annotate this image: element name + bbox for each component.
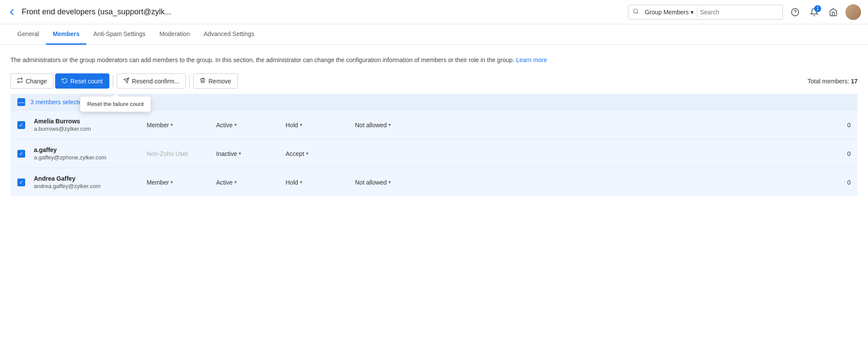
member-info-2: Andrea Gaffey andrea.gaffey@zylker.com	[34, 175, 147, 189]
avatar[interactable]	[845, 4, 861, 20]
role-chevron-icon-2: ▾	[171, 179, 173, 185]
delivery-chevron-icon-0: ▾	[300, 122, 302, 128]
member-email-2: andrea.gaffey@zylker.com	[34, 183, 147, 189]
member-checkbox-2[interactable]: ✓	[17, 178, 25, 186]
change-button[interactable]: Change	[10, 73, 53, 89]
role-chevron-icon-0: ▾	[171, 122, 173, 128]
group-members-label: Group Members	[645, 9, 689, 16]
member-email-1: a.gaffey@zphone.zylker.com	[34, 154, 147, 161]
change-label: Change	[26, 78, 47, 85]
status-chevron-icon-0: ▾	[234, 122, 237, 128]
description-text: The administrators or the group moderato…	[10, 55, 858, 65]
help-button[interactable]	[788, 5, 802, 19]
total-count: 17	[851, 78, 858, 85]
trash-icon	[200, 77, 206, 85]
member-info-1: a.gaffey a.gaffey@zphone.zylker.com	[34, 146, 147, 161]
search-icon	[633, 8, 639, 16]
header: Front end developers (usa_support@zylk..…	[0, 0, 868, 24]
group-members-dropdown[interactable]: Group Members ▾	[641, 7, 697, 17]
notification-badge: 1	[814, 5, 821, 12]
table-row: ✓ Amelia Burrows a.burrows@zylker.com Me…	[10, 110, 858, 139]
member-count-1: 0	[833, 150, 851, 157]
member-info-0: Amelia Burrows a.burrows@zylker.com	[34, 118, 147, 132]
total-members: Total members: 17	[808, 78, 858, 85]
delivery-chevron-icon-2: ▾	[300, 179, 302, 185]
send-icon	[123, 77, 129, 85]
reset-count-label: Reset count	[70, 78, 103, 85]
member-delivery-1[interactable]: Accept ▾	[286, 150, 355, 157]
remove-label: Remove	[208, 78, 231, 85]
selection-count-text: 3 members selected	[30, 99, 85, 106]
dropdown-chevron-icon: ▾	[690, 9, 694, 16]
member-role-2[interactable]: Member ▾	[147, 179, 216, 186]
status-chevron-icon-1: ▾	[239, 151, 241, 156]
tooltip-text: Reset the failure count	[87, 101, 144, 107]
toolbar: Change Reset count Resend confirm... Rem…	[10, 73, 858, 94]
member-checkbox-0[interactable]: ✓	[17, 121, 25, 129]
member-name-2: Andrea Gaffey	[34, 175, 147, 182]
resend-confirm-label: Resend confirm...	[132, 78, 180, 85]
delivery-chevron-icon-1: ▾	[306, 151, 309, 156]
svg-line-1	[637, 13, 638, 14]
tab-general[interactable]: General	[10, 24, 46, 45]
member-role-1: Non-Zoho User	[147, 150, 216, 157]
member-checkbox-1[interactable]: ✓	[17, 150, 25, 158]
reset-count-tooltip: Reset the failure count	[80, 96, 151, 112]
member-name-1: a.gaffey	[34, 146, 147, 153]
reset-icon	[62, 77, 68, 85]
deselect-all-checkbox[interactable]: —	[17, 98, 25, 106]
change-icon	[17, 77, 23, 85]
back-button[interactable]	[7, 7, 16, 17]
toolbar-divider-2	[189, 75, 190, 87]
table-row: ✓ Andrea Gaffey andrea.gaffey@zylker.com…	[10, 168, 858, 196]
toolbar-divider-1	[113, 75, 113, 87]
page-title: Front end developers (usa_support@zylk..…	[22, 7, 628, 17]
member-count-2: 0	[833, 179, 851, 186]
reset-count-button[interactable]: Reset count	[55, 73, 109, 89]
member-status-0[interactable]: Active ▾	[216, 122, 286, 129]
svg-point-0	[634, 9, 638, 13]
member-posting-2[interactable]: Not allowed ▾	[355, 179, 424, 186]
notifications-button[interactable]: 1	[807, 5, 821, 19]
search-input[interactable]	[700, 9, 778, 16]
header-right: Group Members ▾ 1	[628, 4, 861, 20]
status-chevron-icon-2: ▾	[234, 179, 237, 185]
posting-chevron-icon-2: ▾	[388, 179, 391, 185]
learn-more-link[interactable]: Learn more	[516, 56, 547, 63]
resend-confirm-button[interactable]: Resend confirm...	[117, 73, 186, 89]
tab-advanced[interactable]: Advanced Settings	[197, 24, 261, 45]
remove-button[interactable]: Remove	[193, 73, 237, 89]
content-area: The administrators or the group moderato…	[0, 45, 868, 196]
tabs-bar: General Members Anti-Spam Settings Moder…	[0, 24, 868, 45]
member-count-0: 0	[833, 122, 851, 129]
member-posting-0[interactable]: Not allowed ▾	[355, 122, 424, 129]
table-row: ✓ a.gaffey a.gaffey@zphone.zylker.com No…	[10, 139, 858, 168]
tab-anti-spam[interactable]: Anti-Spam Settings	[86, 24, 152, 45]
home-button[interactable]	[826, 5, 840, 19]
member-email-0: a.burrows@zylker.com	[34, 126, 147, 132]
member-status-2[interactable]: Active ▾	[216, 179, 286, 186]
member-delivery-2[interactable]: Hold ▾	[286, 179, 355, 186]
search-bar: Group Members ▾	[628, 5, 783, 20]
avatar-image	[845, 4, 861, 20]
member-status-1[interactable]: Inactive ▾	[216, 150, 286, 157]
tab-moderation[interactable]: Moderation	[152, 24, 197, 45]
member-name-0: Amelia Burrows	[34, 118, 147, 125]
tab-members[interactable]: Members	[46, 24, 86, 45]
member-role-0[interactable]: Member ▾	[147, 122, 216, 129]
posting-chevron-icon-0: ▾	[388, 122, 391, 128]
member-delivery-0[interactable]: Hold ▾	[286, 122, 355, 129]
